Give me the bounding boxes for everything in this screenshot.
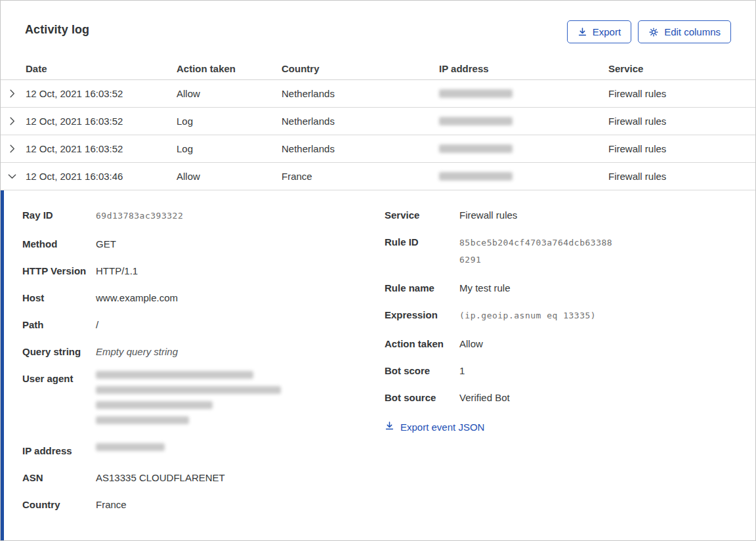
detail-field-label: Query string [22,344,96,359]
detail-field: Rule name My test rule [385,280,755,295]
cell-service: Firewall rules [608,88,755,99]
table-row[interactable]: 12 Oct, 2021 16:03:52 Allow Netherlands … [1,80,755,108]
table-row[interactable]: 12 Oct, 2021 16:03:52 Log Netherlands Fi… [1,135,755,163]
cell-date: 12 Oct, 2021 16:03:52 [26,116,177,127]
detail-field-value: France [96,497,293,512]
detail-right-column: Service Firewall rules Rule ID 85bce5b20… [385,207,755,524]
detail-field-label: IP address [22,443,96,458]
redacted-text-line [96,386,281,394]
column-header-ip: IP address [439,63,608,74]
table-row[interactable]: 12 Oct, 2021 16:03:52 Log Netherlands Fi… [1,108,755,135]
detail-field: ASN AS13335 CLOUDFLARENET [22,470,385,485]
column-header-country: Country [282,63,439,74]
column-header-action: Action taken [177,63,282,74]
redacted-ip-value [439,144,513,153]
cell-country: France [282,171,439,182]
detail-field: User agent [22,371,385,431]
detail-field-value: My test rule [459,280,656,295]
detail-left-column: Ray ID 69d13783ac393322 Method GET HTTP … [22,207,385,524]
detail-field-value: HTTP/1.1 [96,263,293,278]
export-button[interactable]: Export [567,20,631,43]
export-event-json-label: Export event JSON [400,422,484,433]
cell-action: Allow [177,88,282,99]
table-header-row: Date Action taken Country IP address Ser… [1,58,755,80]
detail-field-value: GET [96,236,293,251]
cell-service: Firewall rules [608,143,755,154]
detail-field-value [96,371,293,431]
detail-field-value [96,443,293,458]
detail-field-label: Bot score [385,363,459,378]
detail-field-label: Bot source [385,390,459,405]
detail-field-label: Ray ID [22,207,96,225]
chevron-right-icon [7,171,17,181]
detail-field: Query string Empty query string [22,344,385,359]
cell-country: Netherlands [282,143,439,154]
edit-columns-button[interactable]: Edit columns [638,20,731,43]
detail-field-label: User agent [22,371,96,431]
expand-chevron-button[interactable] [1,171,26,181]
expand-chevron-button[interactable] [1,116,26,126]
redacted-text-line [96,416,189,424]
cell-ip [439,144,608,153]
detail-field-label: Path [22,317,96,332]
download-icon [385,421,394,433]
event-detail-panel: Ray ID 69d13783ac393322 Method GET HTTP … [1,190,755,540]
detail-field-value: / [96,317,293,332]
page-title: Activity log [25,20,89,37]
detail-field-label: Method [22,236,96,251]
detail-field-label: ASN [22,470,96,485]
redacted-text-line [96,443,165,451]
header: Activity log Export Edit columns [1,1,755,43]
detail-field-value: 69d13783ac393322 [96,207,253,225]
detail-field-value: 85bce5b204cf4703a764dcb633886291 [459,234,617,269]
cell-date: 12 Oct, 2021 16:03:52 [26,88,177,99]
activity-table: Date Action taken Country IP address Ser… [1,58,755,190]
detail-field-label: Service [385,207,459,223]
cell-action: Log [177,143,282,154]
detail-field: Path / [22,317,385,332]
detail-field-label: Rule ID [385,234,459,269]
cell-date: 12 Oct, 2021 16:03:46 [26,171,177,182]
detail-field-value: AS13335 CLOUDFLARENET [96,470,293,485]
detail-field: IP address [22,443,385,458]
detail-field-value: Firewall rules [459,207,656,223]
redacted-text-line [96,371,253,379]
header-actions: Export Edit columns [567,20,731,43]
cell-ip [439,89,608,98]
detail-field-value: www.example.com [96,290,293,305]
cell-action: Log [177,116,282,127]
cell-ip [439,172,608,181]
detail-field: Rule ID 85bce5b204cf4703a764dcb633886291 [385,234,755,269]
detail-field: Method GET [22,236,385,251]
expand-chevron-button[interactable] [1,89,26,98]
detail-field-label: Action taken [385,336,459,351]
detail-field: Country France [22,497,385,512]
detail-field: Service Firewall rules [385,207,755,223]
activity-log-window: Activity log Export Edit columns [0,0,756,541]
download-icon [578,27,587,37]
cell-country: Netherlands [282,88,439,99]
detail-field-label: Expression [385,307,459,324]
detail-field-value: Verified Bot [459,390,656,405]
chevron-right-icon [7,89,17,98]
cell-date: 12 Oct, 2021 16:03:52 [26,143,177,154]
detail-field-label: HTTP Version [22,263,96,278]
detail-field-value: 1 [459,363,656,378]
expand-chevron-button[interactable] [1,144,26,154]
detail-field-label: Country [22,497,96,512]
detail-field: Action taken Allow [385,336,755,351]
redacted-ip-value [439,117,513,125]
table-row[interactable]: 12 Oct, 2021 16:03:46 Allow France Firew… [1,163,755,190]
chevron-right-icon [7,144,17,154]
column-header-date: Date [26,63,177,74]
export-button-label: Export [593,26,621,37]
edit-columns-button-label: Edit columns [664,26,721,37]
detail-right-fields: Service Firewall rules Rule ID 85bce5b20… [385,207,755,405]
detail-field-label: Host [22,290,96,305]
chevron-right-icon [7,116,17,126]
table-body: 12 Oct, 2021 16:03:52 Allow Netherlands … [1,80,755,190]
detail-field-value: Allow [459,336,656,351]
export-event-json-link[interactable]: Export event JSON [385,421,484,433]
cell-country: Netherlands [282,116,439,127]
detail-field: Bot score 1 [385,363,755,378]
